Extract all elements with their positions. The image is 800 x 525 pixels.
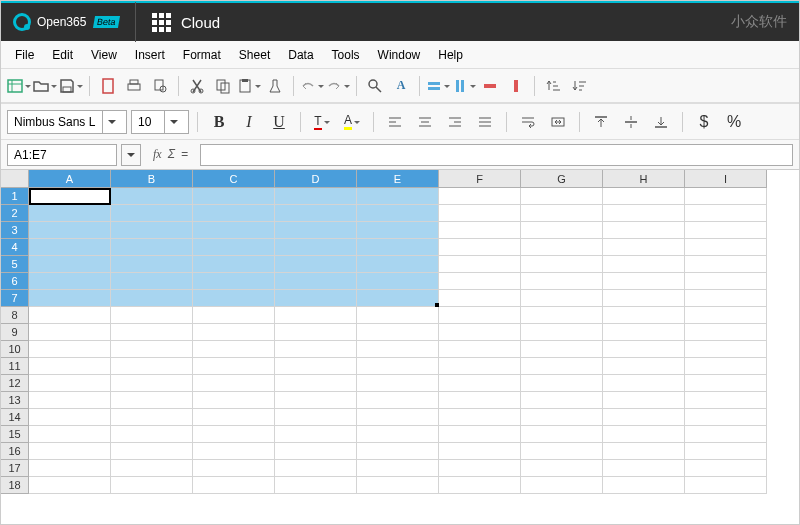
menu-format[interactable]: Format: [175, 44, 229, 66]
row-header[interactable]: 18: [1, 477, 29, 494]
cell[interactable]: [521, 392, 603, 409]
cell[interactable]: [521, 477, 603, 494]
cell[interactable]: [193, 273, 275, 290]
merge-cells-button[interactable]: [545, 109, 571, 135]
sort-asc-button[interactable]: [541, 74, 565, 98]
cell[interactable]: [521, 256, 603, 273]
cell[interactable]: [357, 409, 439, 426]
cell[interactable]: [193, 222, 275, 239]
cell[interactable]: [685, 239, 767, 256]
select-all-corner[interactable]: [1, 170, 29, 188]
row-header[interactable]: 3: [1, 222, 29, 239]
cell[interactable]: [685, 222, 767, 239]
cell[interactable]: [193, 256, 275, 273]
cell[interactable]: [29, 392, 111, 409]
function-wizard-button[interactable]: fx: [153, 147, 162, 162]
cell[interactable]: [193, 375, 275, 392]
row-header[interactable]: 10: [1, 341, 29, 358]
print-preview-button[interactable]: [148, 74, 172, 98]
font-size-combo[interactable]: 10: [131, 110, 189, 134]
copy-button[interactable]: [211, 74, 235, 98]
cell[interactable]: [111, 460, 193, 477]
cell[interactable]: [685, 460, 767, 477]
cell[interactable]: [685, 341, 767, 358]
cell[interactable]: [603, 290, 685, 307]
align-center-button[interactable]: [412, 109, 438, 135]
cell[interactable]: [685, 324, 767, 341]
align-justify-button[interactable]: [472, 109, 498, 135]
cell[interactable]: [439, 341, 521, 358]
italic-button[interactable]: I: [236, 109, 262, 135]
row-header[interactable]: 14: [1, 409, 29, 426]
cell[interactable]: [439, 358, 521, 375]
cell[interactable]: [603, 358, 685, 375]
cell[interactable]: [29, 256, 111, 273]
cell[interactable]: [439, 477, 521, 494]
new-doc-button[interactable]: [7, 74, 31, 98]
pdf-export-button[interactable]: [96, 74, 120, 98]
cell[interactable]: [357, 205, 439, 222]
cell[interactable]: [111, 188, 193, 205]
cell[interactable]: [29, 222, 111, 239]
cell[interactable]: [111, 273, 193, 290]
cell[interactable]: [685, 188, 767, 205]
cell[interactable]: [193, 443, 275, 460]
cell[interactable]: [439, 392, 521, 409]
cell[interactable]: [29, 477, 111, 494]
cell[interactable]: [29, 273, 111, 290]
cell[interactable]: [357, 222, 439, 239]
cell[interactable]: [275, 409, 357, 426]
cell[interactable]: [439, 460, 521, 477]
row-header[interactable]: 13: [1, 392, 29, 409]
cell[interactable]: [439, 307, 521, 324]
cell[interactable]: [521, 443, 603, 460]
cell[interactable]: [521, 222, 603, 239]
cell[interactable]: [193, 426, 275, 443]
menu-file[interactable]: File: [7, 44, 42, 66]
cell[interactable]: [439, 222, 521, 239]
cell[interactable]: [357, 256, 439, 273]
cell[interactable]: [521, 426, 603, 443]
cell[interactable]: [357, 477, 439, 494]
cell[interactable]: [29, 460, 111, 477]
cell[interactable]: [29, 188, 111, 205]
name-box-dropdown[interactable]: [121, 144, 141, 166]
cell[interactable]: [357, 307, 439, 324]
cell[interactable]: [193, 239, 275, 256]
cell[interactable]: [685, 375, 767, 392]
delete-column-button[interactable]: [504, 74, 528, 98]
app-name[interactable]: Cloud: [181, 14, 220, 31]
currency-button[interactable]: $: [691, 109, 717, 135]
wrap-text-button[interactable]: [515, 109, 541, 135]
cell[interactable]: [521, 273, 603, 290]
row-header[interactable]: 4: [1, 239, 29, 256]
cell[interactable]: [193, 477, 275, 494]
column-header[interactable]: E: [357, 170, 439, 188]
row-header[interactable]: 9: [1, 324, 29, 341]
spreadsheet-grid[interactable]: ABCDEFGHI 123456789101112131415161718: [1, 170, 799, 494]
column-header[interactable]: D: [275, 170, 357, 188]
percent-button[interactable]: %: [721, 109, 747, 135]
cell[interactable]: [603, 273, 685, 290]
cell[interactable]: [357, 239, 439, 256]
cell[interactable]: [439, 273, 521, 290]
menu-edit[interactable]: Edit: [44, 44, 81, 66]
cell[interactable]: [111, 222, 193, 239]
cell[interactable]: [111, 375, 193, 392]
name-box[interactable]: A1:E7: [7, 144, 117, 166]
cell[interactable]: [603, 409, 685, 426]
cell[interactable]: [111, 409, 193, 426]
cell[interactable]: [29, 290, 111, 307]
cell[interactable]: [357, 341, 439, 358]
format-paintbrush-button[interactable]: [263, 74, 287, 98]
formula-button[interactable]: =: [181, 147, 188, 162]
cell[interactable]: [29, 307, 111, 324]
cell[interactable]: [29, 409, 111, 426]
cell[interactable]: [439, 409, 521, 426]
cell[interactable]: [111, 443, 193, 460]
find-button[interactable]: [363, 74, 387, 98]
column-header[interactable]: A: [29, 170, 111, 188]
cell[interactable]: [685, 358, 767, 375]
cell[interactable]: [439, 324, 521, 341]
formula-input[interactable]: [200, 144, 793, 166]
